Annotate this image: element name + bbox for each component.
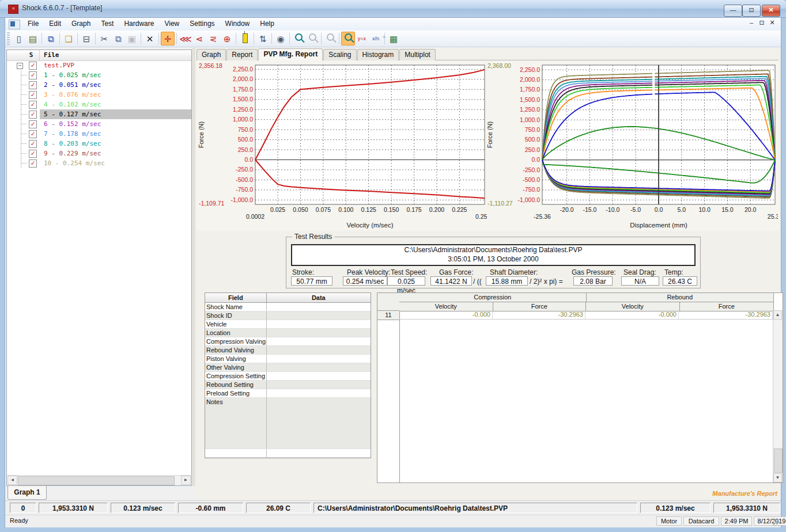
displacement-force-chart[interactable]: 2,250.02,000.01,750.01,500.01,250.01,000… [486, 60, 778, 231]
checkbox-checked-icon[interactable]: ✓ [29, 120, 37, 128]
tree-item-7[interactable]: ✓7 - 0.178 m/sec [7, 129, 191, 139]
menu-item-file[interactable]: File [22, 18, 44, 29]
checkbox-checked-icon[interactable]: ✓ [29, 130, 37, 138]
datacard-status[interactable]: Datacard [683, 516, 719, 526]
menu-item-test[interactable]: Test [96, 18, 119, 29]
field-row-compression-valving[interactable]: Compression Valving [205, 337, 371, 346]
field-row-location[interactable]: Location [205, 329, 371, 337]
field-row-rebound-setting[interactable]: Rebound Setting [205, 381, 371, 389]
checkbox-checked-icon[interactable]: ✓ [29, 150, 37, 158]
toolbar-grip[interactable] [7, 32, 10, 45]
graph-lines-icon-1[interactable]: ⋘ [179, 32, 192, 45]
data-cell-empty[interactable] [267, 389, 371, 397]
compression-force-header[interactable]: Force [493, 302, 587, 311]
collapse-icon[interactable]: − [17, 63, 23, 69]
delete-icon[interactable]: ✕ [143, 32, 157, 45]
scroll-up-icon[interactable]: ▲ [773, 310, 782, 320]
target-circle-icon[interactable]: ⊕ [220, 32, 234, 45]
menu-item-graph[interactable]: Graph [66, 18, 96, 29]
close-button[interactable]: ✕ [762, 5, 780, 17]
tree-item-3[interactable]: ✓3 - 0.076 m/sec [7, 90, 191, 100]
checkbox-checked-icon[interactable]: ✓ [29, 111, 37, 119]
find-icon[interactable] [323, 32, 337, 45]
velocity-force-chart[interactable]: 2,250.02,000.01,750.01,500.01,250.01,000… [198, 60, 487, 231]
graph-lines-icon-2[interactable]: ⋖ [192, 32, 206, 45]
graph1-bottom-tab[interactable]: Graph 1 [7, 486, 47, 500]
zoom-out-icon[interactable] [305, 32, 319, 45]
checkbox-checked-icon[interactable]: ✓ [29, 101, 37, 109]
data-column-header[interactable]: Data [267, 293, 371, 302]
tab-multiplot[interactable]: Multiplot [399, 49, 436, 60]
tab-pvp-mfg-report[interactable]: PVP Mfg. Report [258, 48, 323, 61]
scroll-right-icon[interactable]: ► [181, 476, 191, 485]
x-over-n-icon[interactable]: x/n [369, 32, 383, 45]
tree-item-4[interactable]: ✓4 - 0.102 m/sec [7, 100, 191, 109]
crosshair-icon[interactable]: ✛ [161, 32, 175, 45]
tree-item-root[interactable]: −✓test.PVP [7, 60, 191, 70]
data-cell-empty[interactable] [267, 337, 371, 345]
y-equals-x-icon[interactable]: y=x [355, 32, 369, 45]
checkbox-checked-icon[interactable]: ✓ [29, 159, 37, 168]
data-cell-empty[interactable] [267, 311, 371, 320]
sliders-icon[interactable]: ⇅ [256, 32, 270, 45]
menu-item-view[interactable]: View [159, 18, 184, 29]
field-row-notes[interactable]: Notes [205, 398, 371, 449]
resize-grip[interactable] [773, 519, 780, 526]
checkbox-checked-icon[interactable]: ✓ [29, 62, 37, 70]
tree-item-10[interactable]: ✓10 - 0.254 m/sec [7, 158, 191, 168]
menu-item-window[interactable]: Window [220, 18, 255, 29]
motor-status[interactable]: Motor [656, 516, 682, 526]
scroll-left-icon[interactable]: ◄ [7, 476, 17, 485]
copy-icon[interactable]: ⧉ [111, 32, 125, 45]
tab-graph[interactable]: Graph [197, 49, 226, 60]
tab-report[interactable]: Report [226, 49, 258, 60]
field-row-piston-valving[interactable]: Piston Valving [205, 355, 371, 363]
restore-button[interactable]: ⊡ [742, 5, 761, 17]
field-row-preload-setting[interactable]: Preload Setting [205, 389, 371, 398]
tab-histogram[interactable]: Histogram [357, 49, 399, 60]
rebound-force-header[interactable]: Force [680, 302, 774, 311]
tree-item-9[interactable]: ✓9 - 0.229 m/sec [7, 149, 191, 158]
graph-lines-icon-3[interactable]: ⋜ [206, 32, 220, 45]
chart-wizard-icon[interactable]: ▦ [387, 32, 400, 45]
data-cell-empty[interactable] [267, 329, 371, 337]
minimize-button[interactable]: — [724, 5, 742, 17]
save-icon[interactable]: ▤ [26, 32, 40, 45]
scrollbar-thumb[interactable] [774, 449, 783, 473]
compression-velocity-header[interactable]: Velocity [399, 302, 493, 311]
tree-item-2[interactable]: ✓2 - 0.051 m/sec [7, 80, 191, 90]
checkbox-checked-icon[interactable]: ✓ [29, 71, 37, 79]
menu-item-edit[interactable]: Edit [44, 18, 66, 29]
data-cell-empty[interactable] [267, 355, 371, 363]
paste-icon[interactable]: ▣ [125, 32, 139, 45]
compression-group-header[interactable]: Compression [399, 293, 587, 302]
tree-item-5[interactable]: ✓5 - 0.127 m/sec [7, 109, 191, 119]
data-cell-empty[interactable] [267, 372, 371, 380]
tree-column-file[interactable]: File [44, 51, 59, 59]
tree-horizontal-scrollbar[interactable]: ◄ ► [7, 475, 191, 485]
toolbar-overflow-icon[interactable]: » [383, 34, 387, 43]
magnify-icon[interactable] [341, 32, 355, 45]
field-row-rebound-valving[interactable]: Rebound Valving [205, 346, 371, 355]
tree-item-6[interactable]: ✓6 - 0.152 m/sec [7, 119, 191, 129]
rebound-group-header[interactable]: Rebound [587, 293, 774, 302]
table-row[interactable]: -0.000 -30.2963 -0.000 -30.2963 [399, 310, 774, 320]
rebound-velocity-header[interactable]: Velocity [586, 302, 680, 311]
menu-item-settings[interactable]: Settings [184, 18, 220, 29]
field-row-shock-name[interactable]: Shock Name [205, 303, 371, 311]
checkbox-checked-icon[interactable]: ✓ [29, 81, 37, 89]
data-cell-empty[interactable] [267, 346, 371, 354]
data-cell-empty[interactable] [267, 381, 371, 389]
tree-item-8[interactable]: ✓8 - 0.203 m/sec [7, 139, 191, 149]
field-column-header[interactable]: Field [205, 293, 267, 302]
tree-column-s[interactable]: S [24, 51, 38, 59]
menu-item-help[interactable]: Help [255, 18, 279, 29]
save-export-icon[interactable]: ⧉ [44, 32, 58, 45]
field-row-vehicle[interactable]: Vehicle [205, 320, 371, 329]
data-cell-empty[interactable] [267, 320, 371, 328]
zoom-in-icon[interactable] [292, 32, 305, 45]
data-cell-empty[interactable] [267, 363, 371, 371]
mdi-close-button[interactable]: ✕ [767, 19, 777, 26]
tab-scaling[interactable]: Scaling [323, 49, 356, 60]
open-folder-icon[interactable]: ❏ [62, 32, 75, 45]
